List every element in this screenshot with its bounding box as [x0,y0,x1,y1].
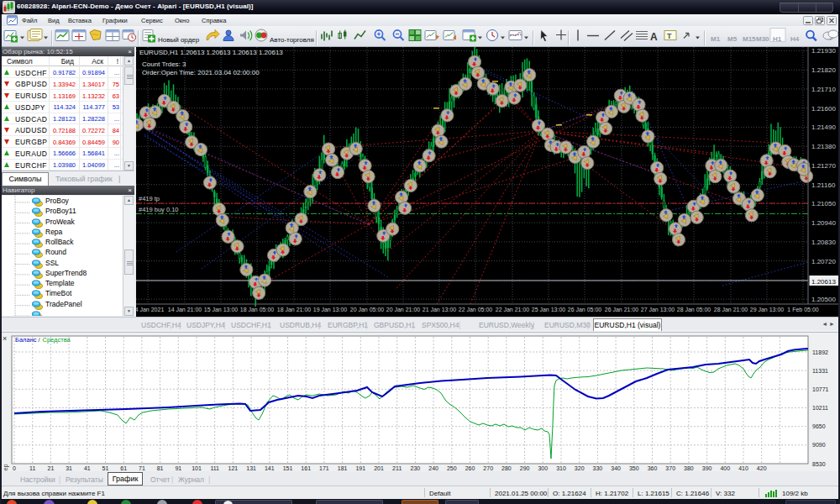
svg-text:1.20613: 1.20613 [811,278,836,286]
svg-text:181: 181 [338,465,348,471]
svg-text:×: × [3,334,7,343]
svg-text:260: 260 [465,465,475,471]
svg-text:M30: M30 [756,35,769,43]
svg-text:141: 141 [265,465,275,471]
svg-text:18 Jan 05:00: 18 Jan 05:00 [240,307,275,312]
svg-text:1.21050: 1.21050 [811,200,836,207]
svg-text:28 Jan 05:00: 28 Jan 05:00 [677,307,711,312]
svg-text:15 Jan 13:00: 15 Jan 13:00 [204,307,239,312]
svg-text:A: A [650,31,658,43]
svg-text:26 Jan 21:00: 26 Jan 21:00 [605,307,639,312]
svg-text:410: 410 [738,465,748,471]
svg-text:340: 340 [611,465,621,471]
svg-text:1.21160: 1.21160 [811,181,836,189]
svg-text:1.21930: 1.21930 [811,47,836,55]
svg-text:22 Jan 21:00: 22 Jan 21:00 [496,307,530,312]
svg-text:230: 230 [411,465,421,471]
svg-text:M5: M5 [727,35,738,43]
svg-text:161: 161 [301,465,311,471]
svg-text:M1: M1 [711,35,721,43]
svg-text:41: 41 [84,465,91,471]
svg-text:26 Jan 05:00: 26 Jan 05:00 [568,307,602,312]
svg-text:EURUSD,H1 1.20613 1.20613 1.2: EURUSD,H1 1.20613 1.20613 1.20613 1.2061… [139,49,283,56]
svg-text:280: 280 [501,465,512,471]
svg-text:14 Jan 2021: 14 Jan 2021 [136,307,164,312]
svg-text:91: 91 [175,465,181,471]
svg-text:11: 11 [29,465,35,471]
svg-text:Новый ордер: Новый ордер [158,36,200,44]
svg-text:21 Jan 13:00: 21 Jan 13:00 [423,307,457,312]
svg-text:131: 131 [246,465,256,471]
svg-text:1.21710: 1.21710 [811,86,836,93]
svg-text:#419 tp: #419 tp [139,195,160,202]
svg-text:19 Jan 13:00: 19 Jan 13:00 [313,307,348,312]
svg-text:T: T [667,32,672,40]
svg-text:240: 240 [428,465,438,471]
svg-text:121: 121 [228,465,239,471]
svg-text:330: 330 [593,465,603,471]
svg-text:201: 201 [374,465,384,471]
svg-text:Авто-торговля: Авто-торговля [270,36,314,44]
svg-text:8530: 8530 [812,461,826,467]
svg-text:20 Jan 05:00: 20 Jan 05:00 [350,307,385,312]
svg-text:Order:Open Time: 2021.03.04 02: Order:Open Time: 2021.03.04 02:00:00 [142,69,260,76]
svg-text:370: 370 [665,465,675,471]
svg-text:350: 350 [629,465,639,471]
svg-text:1.21490: 1.21490 [811,123,836,131]
svg-text:25 Jan 13:00: 25 Jan 13:00 [532,307,566,312]
svg-text:1.21820: 1.21820 [811,66,836,74]
svg-text:11892: 11892 [812,349,828,355]
svg-text:31: 31 [66,465,72,471]
svg-text:1.21270: 1.21270 [811,162,836,170]
svg-text:20 Jan 21:00: 20 Jan 21:00 [386,307,421,312]
svg-text:28 Jan 21:00: 28 Jan 21:00 [714,307,748,312]
svg-text:101: 101 [192,465,202,471]
svg-text:H4: H4 [790,35,800,43]
svg-text:22 Jan 05:00: 22 Jan 05:00 [459,307,493,312]
svg-text:14 Jan 21:00: 14 Jan 21:00 [168,307,202,312]
svg-text:270: 270 [483,465,493,471]
svg-text:211: 211 [392,465,402,471]
svg-text:27 Jan 13:00: 27 Jan 13:00 [641,307,675,312]
svg-text:400: 400 [720,465,730,471]
svg-text:290: 290 [520,465,530,471]
svg-text:Средства: Средства [43,336,71,344]
svg-text:250: 250 [447,465,457,471]
svg-text:390: 390 [702,465,712,471]
svg-text:300: 300 [538,465,548,471]
svg-text:420: 420 [757,465,767,471]
svg-text:Баланс: Баланс [15,336,37,344]
svg-text:9090: 9090 [812,442,826,448]
svg-text:1.21380: 1.21380 [811,143,836,150]
svg-text:21: 21 [48,465,55,471]
svg-text:11331: 11331 [812,368,828,374]
svg-text:1 Feb 05:00: 1 Feb 05:00 [787,307,818,312]
svg-text:1.20720: 1.20720 [811,258,836,265]
svg-text:H1: H1 [773,35,782,43]
svg-text:9650: 9650 [812,423,826,429]
svg-text:310: 310 [556,465,566,471]
svg-text:#419 buy 0.10: #419 buy 0.10 [139,206,179,213]
svg-text:151: 151 [283,465,293,471]
svg-text:Count Trdes: 3: Count Trdes: 3 [142,60,186,68]
svg-text:380: 380 [684,465,694,471]
svg-text:1.21600: 1.21600 [811,105,836,113]
svg-text:10211: 10211 [812,405,828,411]
svg-text:29 Jan 13:00: 29 Jan 13:00 [750,307,785,312]
svg-text:18 Jan 21:00: 18 Jan 21:00 [277,307,312,312]
svg-text:10771: 10771 [812,386,829,392]
svg-text:320: 320 [575,465,585,471]
svg-text:51: 51 [102,465,109,471]
svg-text:M15: M15 [743,35,756,43]
svg-text:71: 71 [139,465,145,471]
svg-text:81: 81 [157,465,164,471]
svg-text:360: 360 [648,465,658,471]
svg-text:111: 111 [210,465,219,471]
svg-text:61: 61 [120,465,127,471]
svg-text:1.20940: 1.20940 [811,219,836,227]
svg-text:0: 0 [13,465,16,471]
svg-text:171: 171 [319,465,329,471]
svg-text:1.20830: 1.20830 [811,239,836,246]
svg-text:191: 191 [355,465,365,471]
svg-text:1.20500: 1.20500 [811,296,836,303]
